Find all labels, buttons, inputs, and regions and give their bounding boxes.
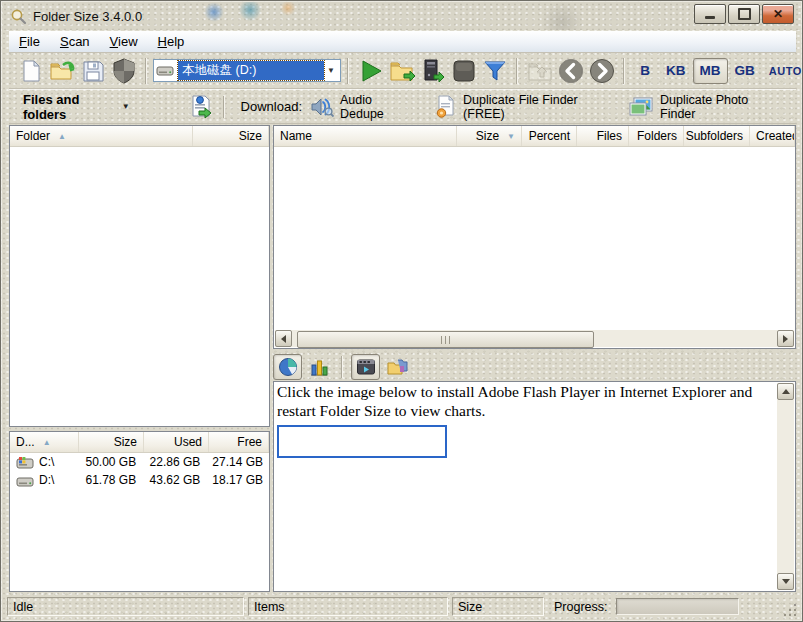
new-file-icon [19,59,43,83]
scroll-down-button[interactable] [777,573,794,590]
folders-chart-button[interactable] [382,354,411,380]
export-report-icon [189,94,213,120]
menu-file[interactable]: File [9,31,50,52]
size-column-header[interactable]: Size [193,126,269,146]
status-bar: Idle Items Size Progress: [5,595,800,618]
scroll-left-button[interactable] [275,330,292,347]
arrow-up-icon [782,389,790,394]
vertical-scrollbar[interactable] [777,383,794,590]
status-items-pane: Items [248,597,448,616]
status-progress-pane: Progress: [548,597,798,616]
unit-kb-button[interactable]: KB [659,58,693,84]
name-column-header[interactable]: Name [274,126,457,146]
minimize-button[interactable] [694,4,726,24]
play-icon [359,59,383,83]
subfolders-column-header[interactable]: Subfolders [684,126,750,146]
status-size-pane: Size [452,597,544,616]
duplicate-file-finder-link[interactable]: Duplicate File Finder (FREE) [434,93,600,121]
unit-mb-button[interactable]: MB [693,58,728,84]
duplicate-photo-finder-link[interactable]: Duplicate Photo Finder [628,93,768,121]
pie-chart-button[interactable] [273,354,302,380]
unit-gb-button[interactable]: GB [728,58,762,84]
resize-grip[interactable] [784,603,797,616]
created-column-header[interactable]: Created [750,126,795,146]
size-column-header[interactable]: Size▼ [457,126,522,146]
selected-drive-value: 本地磁盘 (D:) [178,61,324,80]
horizontal-scrollbar[interactable] [275,330,794,347]
drive-column-header[interactable]: D...▲ [10,432,79,452]
duplicate-photo-finder-icon [628,97,654,117]
arrow-left-icon [281,335,286,343]
folder-up-icon [527,59,553,83]
arrow-right-icon [783,335,788,343]
files-and-folders-dropdown[interactable]: Files and folders ▼ [15,88,138,126]
scroll-right-button[interactable] [777,330,794,347]
audio-dedupe-link[interactable]: Audio Dedupe [310,93,406,121]
menu-help[interactable]: Help [148,31,195,52]
save-button[interactable] [77,55,108,86]
maximize-icon [738,8,751,20]
dropdown-arrow-icon: ▼ [122,102,130,111]
scrollbar-thumb[interactable] [297,331,594,348]
drive-used-column-header[interactable]: Used [144,432,209,452]
new-scan-button[interactable] [15,55,46,86]
duplicate-file-finder-label: Duplicate File Finder (FREE) [463,93,600,121]
scan-folder-button[interactable] [386,55,417,86]
thumb-grip-icon [441,336,450,344]
flash-install-message: Click the image below to install Adobe F… [274,382,795,421]
drive-size-column-header[interactable]: Size [79,432,144,452]
forward-button[interactable] [586,55,617,86]
pie-chart-icon [278,357,298,377]
title-bar[interactable]: Folder Size 3.4.0.0 ✕ [2,2,801,30]
open-button[interactable] [46,55,77,86]
drive-select-combobox[interactable]: 本地磁盘 (D:) ▼ [153,59,341,82]
combo-dropdown-arrow-icon[interactable]: ▼ [324,66,338,75]
close-button[interactable]: ✕ [762,4,794,24]
minimize-icon [705,16,715,19]
close-icon: ✕ [773,8,783,20]
drive-row-d[interactable]: D:\ 61.78 GB 43.62 GB 18.17 GB [10,471,269,489]
folders-column-header[interactable]: Folders [629,126,684,146]
animation-button[interactable] [351,354,380,380]
main-toolbar: 本地磁盘 (D:) ▼ B KB MB GB AUTO [9,53,796,89]
audio-dedupe-icon [310,96,334,118]
chart-toolbar [273,353,796,380]
shield-button[interactable] [108,55,139,86]
files-and-folders-label: Files and folders [23,92,112,122]
folder-tree-panel: Folder▲ Size [9,125,270,427]
unit-b-button[interactable]: B [631,58,659,84]
shield-icon [112,58,136,84]
scan-folder-icon [389,59,415,83]
bar-chart-button[interactable] [304,354,333,380]
unit-auto-button[interactable]: AUTO [762,58,803,84]
flash-install-image-placeholder[interactable] [277,425,447,458]
percent-column-header[interactable]: Percent [522,126,577,146]
status-state-pane: Idle [7,597,244,616]
forward-arrow-icon [589,58,615,84]
back-button[interactable] [555,55,586,86]
drive-row-c[interactable]: C:\ 50.00 GB 22.86 GB 27.14 GB [10,453,269,471]
filter-button[interactable] [479,55,510,86]
scan-start-button[interactable] [355,55,386,86]
toolbar-separator [341,356,343,378]
maximize-button[interactable] [728,4,760,24]
progress-label: Progress: [554,600,608,614]
film-clapper-icon [356,357,376,377]
scan-computer-button[interactable] [417,55,448,86]
files-column-header[interactable]: Files [577,126,629,146]
menu-scan[interactable]: Scan [50,31,100,52]
drive-free-column-header[interactable]: Free [209,432,269,452]
stop-button[interactable] [448,55,479,86]
folder-column-header[interactable]: Folder▲ [10,126,193,146]
audio-dedupe-label: Audio Dedupe [340,93,406,121]
data-drive-icon [16,474,34,487]
export-report-button[interactable] [186,91,217,122]
up-level-button[interactable] [524,55,555,86]
bar-chart-icon [309,357,329,377]
save-icon [81,59,105,83]
scroll-up-button[interactable] [777,383,794,400]
toolbar-separator [347,58,349,84]
app-magnifier-icon [10,8,27,25]
menu-view[interactable]: View [100,31,148,52]
file-list-header: Name Size▼ Percent Files Folders Subfold… [274,126,795,147]
